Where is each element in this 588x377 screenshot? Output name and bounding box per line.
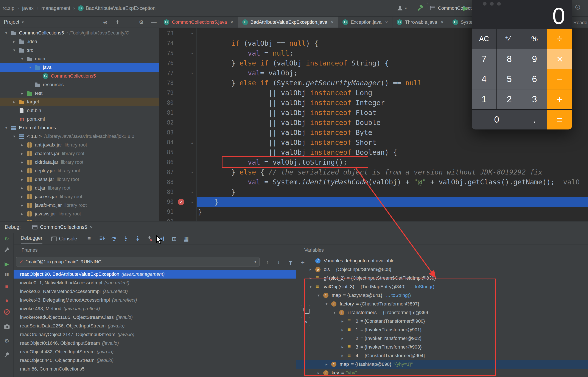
stack-frame-row[interactable]: invoke:43, DelegatingMethodAccessorImpl … [13, 296, 296, 304]
tree-chevron-icon[interactable]: ▸ [11, 39, 18, 44]
calculator-button[interactable]: AC [472, 29, 496, 49]
tree-chevron-icon[interactable]: ▾ [331, 310, 338, 315]
project-tree-row[interactable]: ▸ charsets.jar library root [0, 149, 159, 158]
stack-frame-row[interactable]: readSerialData:2256, ObjectInputStream (… [13, 322, 296, 330]
project-tree-row[interactable]: ▸ jaccess.jar library root [0, 192, 159, 201]
calculator-button[interactable]: 7 [472, 49, 496, 69]
variable-row[interactable]: ▾ valObj (slot_3) = {TiedMapEntry@840} .… [296, 283, 588, 291]
show-execution-point-icon[interactable] [99, 236, 105, 243]
next-frame-icon[interactable]: ↓ [277, 259, 280, 266]
calculator-button[interactable]: 3 [522, 89, 547, 109]
calculator-button[interactable]: 6 [522, 69, 547, 89]
tree-chevron-icon[interactable]: ▸ [339, 319, 346, 324]
project-tree-row[interactable]: pom.xml [0, 115, 159, 123]
fold-icon[interactable]: ▾ [188, 170, 196, 175]
variable-row[interactable]: ▸ 2 = {InvokerTransformer@902} [296, 334, 588, 343]
settings-gear-icon[interactable]: ⚙ [139, 19, 144, 25]
calculator-button[interactable]: = [547, 110, 572, 130]
editor-tab[interactable]: BadAttributeValueExpException.java × [238, 17, 338, 28]
tree-chevron-icon[interactable]: ▾ [3, 31, 10, 35]
run-to-cursor-icon[interactable] [158, 236, 165, 243]
pause-icon[interactable]: ▮▮ [0, 272, 13, 277]
calculator-button[interactable]: . [522, 110, 547, 130]
line-number[interactable]: 81 [159, 109, 174, 116]
variable-row[interactable]: ▸ map = {HashMap@898} "{yhy=1}" [296, 360, 588, 369]
overflow-tab-label[interactable]: Reade [573, 20, 587, 25]
breadcrumb-item[interactable]: BadAttributeValueExpException [86, 5, 156, 11]
breadcrumb-item[interactable]: rc.zip [3, 5, 14, 11]
pin-icon[interactable] [0, 351, 13, 359]
calculator-button[interactable]: 0 [472, 110, 522, 130]
tree-chevron-icon[interactable]: ▸ [19, 177, 26, 182]
tree-chevron-icon[interactable]: ▾ [315, 293, 322, 298]
stack-frame-row[interactable]: invoke:62, NativeMethodAccessorImpl (sun… [13, 287, 296, 296]
line-number[interactable]: 77 [159, 70, 174, 76]
hide-panel-icon[interactable]: — [151, 19, 157, 25]
stack-frame-row[interactable]: readObject:90, BadAttributeValueExpExcep… [13, 270, 296, 279]
project-tree-row[interactable]: ▾ < 1.8 > /Library/Java/JavaVirtualMachi… [0, 132, 159, 141]
line-number[interactable]: 78 [159, 80, 174, 86]
calculator-button[interactable]: 8 [497, 49, 522, 69]
variable-row[interactable]: ▾ map = {LazyMap@841} ... toString() [296, 291, 588, 300]
variable-row[interactable]: ▾ factory = {ChainedTransformer@897} [296, 300, 588, 308]
stop-icon[interactable]: ■ [0, 283, 13, 290]
view-breakpoints-icon[interactable]: ● [0, 297, 13, 304]
project-tree-row[interactable]: ▸ test [0, 89, 159, 98]
stack-frame-row[interactable]: invoke:498, Method (java.lang.reflect) [13, 304, 296, 313]
tree-chevron-icon[interactable]: ▸ [19, 212, 26, 216]
fold-icon[interactable]: ▾ [188, 31, 196, 36]
project-tree-row[interactable]: ▸ jce.jar library root [0, 218, 159, 221]
tree-chevron-icon[interactable]: ▸ [339, 336, 346, 341]
wrench-icon[interactable] [0, 247, 13, 255]
mute-breakpoints-icon[interactable] [0, 309, 13, 316]
editor-tab[interactable]: CommonCollections5.java × [159, 17, 238, 28]
run-button[interactable]: ▶ [463, 4, 468, 12]
variable-tostring-link[interactable]: ... toString() [386, 293, 411, 298]
stack-frame-row[interactable]: readOrdinaryObject:2147, ObjectInputStre… [13, 330, 296, 339]
tree-chevron-icon[interactable]: ▸ [307, 267, 314, 272]
variable-tostring-link[interactable]: ... toString() [410, 284, 434, 290]
project-tree-row[interactable]: ▸ cldrdata.jar library root [0, 158, 159, 166]
line-number[interactable]: 88 [159, 179, 174, 185]
drop-frame-icon[interactable] [146, 236, 153, 243]
close-icon[interactable]: × [331, 19, 334, 25]
line-number[interactable]: 92 [159, 218, 174, 221]
tree-chevron-icon[interactable]: ▸ [323, 362, 330, 367]
tree-chevron-icon[interactable]: ▾ [11, 48, 18, 53]
tree-chevron-icon[interactable]: ▸ [19, 143, 26, 147]
line-number[interactable]: 80 [159, 100, 174, 106]
locate-file-icon[interactable]: ⊕ [103, 19, 107, 25]
build-hammer-icon[interactable] [416, 4, 424, 12]
close-icon[interactable]: × [90, 224, 93, 230]
calculator-button[interactable]: 2 [497, 89, 522, 109]
close-icon[interactable]: × [441, 19, 444, 25]
tree-chevron-icon[interactable]: ▾ [307, 284, 314, 289]
tree-chevron-icon[interactable]: ▸ [307, 276, 314, 281]
variable-row[interactable]: Variables debug info not available [296, 257, 588, 265]
line-number[interactable]: 75 [159, 50, 174, 57]
close-icon[interactable]: × [385, 19, 388, 25]
resume-icon[interactable]: ▶ [0, 261, 13, 267]
close-icon[interactable]: × [231, 19, 233, 25]
rerun-icon[interactable]: ↻ [0, 236, 13, 242]
project-tree-row[interactable]: out.bin [0, 106, 159, 115]
calculator-button[interactable]: 1 [472, 89, 496, 109]
variable-row[interactable]: ▸ 4 = {ConstantTransformer@904} [296, 351, 588, 360]
variable-row[interactable]: ▸ 1 = {InvokerTransformer@901} [296, 326, 588, 334]
tree-chevron-icon[interactable]: ▾ [11, 134, 18, 139]
project-tree-row[interactable]: ▾ java [0, 63, 159, 72]
calculator-button[interactable]: 4 [472, 69, 496, 89]
previous-frame-icon[interactable]: ↑ [266, 259, 269, 266]
variable-row[interactable]: ▸ gf (slot_2) = {ObjectInputStream$GetFi… [296, 274, 588, 283]
tree-chevron-icon[interactable]: ▾ [26, 65, 34, 70]
stack-frame-row[interactable]: main:86, CommonCollections5 [13, 365, 296, 373]
tree-chevron-icon[interactable]: ▸ [315, 371, 322, 375]
tree-chevron-icon[interactable]: ▸ [339, 353, 346, 358]
layout-settings-icon[interactable]: ▦ [183, 236, 190, 242]
camera-icon[interactable] [0, 323, 13, 331]
calculator-button[interactable]: − [547, 69, 572, 89]
settings-gear-icon[interactable]: ⚙ [0, 338, 13, 344]
stack-frame-row[interactable]: readObject:440, ObjectInputStream (java.… [13, 356, 296, 365]
tree-chevron-icon[interactable]: ▸ [19, 160, 26, 165]
step-over-icon[interactable] [111, 236, 117, 243]
